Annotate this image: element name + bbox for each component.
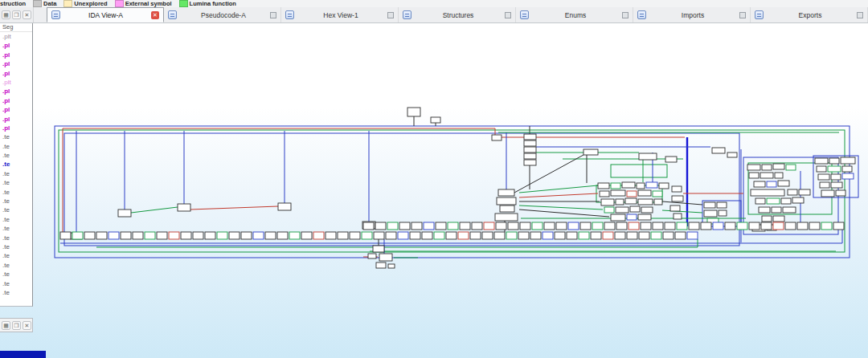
legend-label: External symbol	[125, 0, 172, 7]
segment-item[interactable]: .te	[0, 242, 32, 251]
tab-exports[interactable]: Exports	[751, 7, 868, 22]
segment-item[interactable]: .pl	[0, 59, 32, 68]
segment-item[interactable]: .te	[0, 251, 32, 260]
panel-menu-icon[interactable]: ▦	[2, 10, 10, 19]
legend-label: Unexplored	[74, 0, 107, 7]
legend-item: struction	[0, 0, 26, 7]
panel-menu-icon[interactable]: ▦	[2, 321, 10, 330]
tab-detach-icon[interactable]	[622, 12, 628, 18]
panel-controls: ▦ ❐ ✕	[0, 7, 34, 22]
segment-item[interactable]: .pl	[0, 105, 32, 114]
segment-item[interactable]: .te	[0, 151, 32, 160]
tab-close-icon[interactable]: ✕	[151, 11, 159, 19]
segment-item[interactable]: .te	[0, 261, 32, 270]
segments-panel: Seg .plt.pl.pl.pl.pl.plt.pl.pl.pl.pl.pl.…	[0, 22, 33, 307]
tab-pseudocode-a[interactable]: Pseudocode-A	[164, 7, 281, 22]
segment-item[interactable]: .te	[0, 142, 32, 151]
segment-item[interactable]: .pl	[0, 41, 32, 50]
graph-canvas[interactable]	[0, 0, 868, 358]
segment-item[interactable]: .plt	[0, 78, 32, 87]
segment-item[interactable]: .te	[0, 188, 32, 197]
segment-item[interactable]: .pl	[0, 87, 32, 96]
segment-item[interactable]: .te	[0, 169, 32, 178]
segments-header: Seg	[0, 22, 32, 32]
pseudocode-icon	[168, 10, 177, 19]
panel-float-icon[interactable]: ❐	[12, 321, 21, 330]
segment-item[interactable]: .te	[0, 160, 32, 169]
tab-hex-view-1[interactable]: Hex View-1	[281, 7, 399, 22]
segment-item[interactable]: .plt	[0, 32, 32, 41]
legend-label: Lumina function	[190, 0, 236, 7]
legend-swatch	[33, 0, 42, 7]
segment-item[interactable]: .te	[0, 132, 32, 141]
segment-item[interactable]: .te	[0, 215, 32, 224]
segment-item[interactable]: .te	[0, 205, 32, 214]
segment-item[interactable]: .te	[0, 224, 32, 233]
tab-detach-icon[interactable]	[857, 12, 863, 18]
structures-icon	[403, 10, 411, 19]
hex-view-icon	[285, 10, 294, 19]
tab-detach-icon[interactable]	[270, 12, 276, 18]
segments-list: .plt.pl.pl.pl.pl.plt.pl.pl.pl.pl.pl.te.t…	[0, 32, 32, 297]
panel-float-icon[interactable]: ❐	[12, 10, 21, 19]
tab-label: Structures	[415, 11, 502, 19]
segment-item[interactable]: .pl	[0, 96, 32, 105]
segment-item[interactable]: .te	[0, 234, 32, 242]
tab-label: Imports	[649, 11, 736, 19]
legend-label: Data	[43, 0, 56, 7]
tab-strip: IDA View-A✕Pseudocode-AHex View-1Structu…	[34, 7, 868, 22]
exports-icon	[755, 10, 764, 19]
segment-item[interactable]: .te	[0, 197, 32, 205]
tab-label: Pseudocode-A	[180, 11, 267, 19]
bottom-dock-panel: ▦ ❐ ✕	[0, 318, 33, 332]
legend-item: Lumina function	[179, 0, 236, 7]
ida-view-icon	[51, 10, 60, 19]
tab-label: Enums	[532, 11, 619, 19]
legend-swatch	[179, 0, 188, 7]
segment-item[interactable]: .pl	[0, 69, 32, 78]
tab-bar: ▦ ❐ ✕ IDA View-A✕Pseudocode-AHex View-1S…	[0, 7, 868, 23]
panel-close-icon[interactable]: ✕	[23, 321, 31, 330]
imports-icon	[637, 10, 646, 19]
segment-item[interactable]: .pl	[0, 124, 32, 132]
legend-item: Data	[33, 0, 56, 7]
enums-icon	[520, 10, 529, 19]
segment-item[interactable]: .te	[0, 178, 32, 187]
tab-label: IDA View-A	[63, 11, 148, 19]
legend-bar: structionDataUnexploredExternal symbolLu…	[0, 0, 868, 7]
segment-item[interactable]: .te	[0, 288, 32, 297]
tab-imports[interactable]: Imports	[633, 7, 751, 22]
panel-close-icon[interactable]: ✕	[23, 10, 31, 19]
legend-item: External symbol	[115, 0, 172, 7]
tab-detach-icon[interactable]	[505, 12, 511, 18]
legend-swatch	[115, 0, 124, 7]
tab-detach-icon[interactable]	[739, 12, 746, 18]
tab-enums[interactable]: Enums	[516, 7, 633, 22]
tab-ida-view-a[interactable]: IDA View-A✕	[47, 7, 164, 22]
tab-label: Hex View-1	[297, 11, 384, 19]
segment-item[interactable]: .te	[0, 279, 32, 288]
legend-item: Unexplored	[63, 0, 107, 7]
tab-label: Exports	[767, 11, 854, 19]
segment-item[interactable]: .pl	[0, 51, 32, 59]
output-window-titlebar[interactable]	[0, 351, 46, 358]
segment-item[interactable]: .pl	[0, 115, 32, 124]
tab-detach-icon[interactable]	[387, 12, 394, 18]
legend-label: struction	[0, 0, 26, 7]
legend-swatch	[63, 0, 72, 7]
segment-item[interactable]: .te	[0, 270, 32, 279]
tab-structures[interactable]: Structures	[399, 7, 516, 22]
